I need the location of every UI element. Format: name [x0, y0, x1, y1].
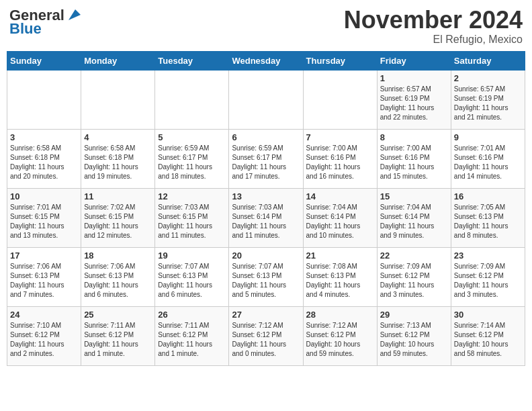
- day-number: 12: [158, 191, 226, 201]
- day-number: 27: [232, 310, 300, 320]
- page-header: General Blue November 2024 El Refugio, M…: [7, 7, 525, 46]
- day-number: 18: [84, 250, 152, 261]
- calendar-cell: 15Sunrise: 7:04 AM Sunset: 6:14 PM Dayli…: [377, 188, 451, 247]
- calendar-cell: 23Sunrise: 7:09 AM Sunset: 6:12 PM Dayli…: [451, 247, 525, 306]
- day-of-week-header: Tuesday: [155, 51, 229, 70]
- calendar-cell: [303, 70, 377, 129]
- calendar-cell: 20Sunrise: 7:07 AM Sunset: 6:13 PM Dayli…: [229, 247, 303, 306]
- svg-marker-0: [69, 9, 81, 20]
- calendar-cell: 26Sunrise: 7:11 AM Sunset: 6:12 PM Dayli…: [155, 306, 229, 365]
- day-number: 5: [158, 132, 226, 142]
- day-info: Sunrise: 6:57 AM Sunset: 6:19 PM Dayligh…: [454, 85, 522, 122]
- calendar-cell: 19Sunrise: 7:07 AM Sunset: 6:13 PM Dayli…: [155, 247, 229, 306]
- day-info: Sunrise: 7:12 AM Sunset: 6:12 PM Dayligh…: [232, 321, 300, 359]
- calendar-cell: 7Sunrise: 7:00 AM Sunset: 6:16 PM Daylig…: [303, 129, 377, 188]
- day-number: 30: [454, 310, 522, 320]
- calendar-cell: 3Sunrise: 6:58 AM Sunset: 6:18 PM Daylig…: [7, 129, 81, 188]
- calendar-cell: 9Sunrise: 7:01 AM Sunset: 6:16 PM Daylig…: [451, 129, 525, 188]
- day-number: 2: [454, 73, 522, 83]
- day-number: 29: [380, 310, 448, 320]
- day-number: 3: [10, 132, 78, 142]
- day-number: 10: [10, 191, 78, 201]
- day-number: 15: [380, 191, 448, 201]
- day-info: Sunrise: 7:02 AM Sunset: 6:15 PM Dayligh…: [84, 203, 152, 240]
- calendar-cell: [155, 70, 229, 129]
- title-block: November 2024 El Refugio, Mexico: [344, 7, 523, 46]
- day-info: Sunrise: 7:13 AM Sunset: 6:12 PM Dayligh…: [380, 321, 448, 359]
- day-info: Sunrise: 7:03 AM Sunset: 6:14 PM Dayligh…: [232, 203, 300, 240]
- day-number: 25: [84, 310, 152, 320]
- day-of-week-header: Monday: [81, 51, 155, 70]
- day-info: Sunrise: 7:03 AM Sunset: 6:15 PM Dayligh…: [158, 203, 226, 240]
- calendar-cell: [229, 70, 303, 129]
- day-info: Sunrise: 6:59 AM Sunset: 6:17 PM Dayligh…: [232, 144, 300, 181]
- calendar-week-row: 1Sunrise: 6:57 AM Sunset: 6:19 PM Daylig…: [7, 70, 525, 129]
- calendar-week-row: 24Sunrise: 7:10 AM Sunset: 6:12 PM Dayli…: [7, 306, 525, 365]
- day-info: Sunrise: 7:06 AM Sunset: 6:13 PM Dayligh…: [84, 262, 152, 300]
- day-of-week-header: Friday: [377, 51, 451, 70]
- day-info: Sunrise: 7:04 AM Sunset: 6:14 PM Dayligh…: [306, 203, 374, 240]
- day-of-week-header: Saturday: [451, 51, 525, 70]
- calendar-cell: [7, 70, 81, 129]
- day-info: Sunrise: 6:58 AM Sunset: 6:18 PM Dayligh…: [10, 144, 78, 181]
- calendar-cell: 18Sunrise: 7:06 AM Sunset: 6:13 PM Dayli…: [81, 247, 155, 306]
- calendar-cell: 30Sunrise: 7:14 AM Sunset: 6:12 PM Dayli…: [451, 306, 525, 365]
- calendar-cell: 17Sunrise: 7:06 AM Sunset: 6:13 PM Dayli…: [7, 247, 81, 306]
- day-number: 17: [10, 250, 78, 261]
- day-info: Sunrise: 7:07 AM Sunset: 6:13 PM Dayligh…: [232, 262, 300, 300]
- day-number: 21: [306, 250, 374, 261]
- day-info: Sunrise: 7:09 AM Sunset: 6:12 PM Dayligh…: [454, 262, 522, 300]
- day-number: 4: [84, 132, 152, 142]
- day-info: Sunrise: 7:14 AM Sunset: 6:12 PM Dayligh…: [454, 321, 522, 359]
- day-info: Sunrise: 6:59 AM Sunset: 6:17 PM Dayligh…: [158, 144, 226, 181]
- day-number: 20: [232, 250, 300, 261]
- day-number: 22: [380, 250, 448, 261]
- day-info: Sunrise: 7:11 AM Sunset: 6:12 PM Dayligh…: [158, 321, 226, 359]
- calendar-cell: 10Sunrise: 7:01 AM Sunset: 6:15 PM Dayli…: [7, 188, 81, 247]
- day-info: Sunrise: 7:11 AM Sunset: 6:12 PM Dayligh…: [84, 321, 152, 359]
- day-of-week-header: Sunday: [7, 51, 81, 70]
- day-info: Sunrise: 7:12 AM Sunset: 6:12 PM Dayligh…: [306, 321, 374, 359]
- day-number: 24: [10, 310, 78, 320]
- calendar-cell: 25Sunrise: 7:11 AM Sunset: 6:12 PM Dayli…: [81, 306, 155, 365]
- calendar-cell: 28Sunrise: 7:12 AM Sunset: 6:12 PM Dayli…: [303, 306, 377, 365]
- logo: General Blue: [9, 7, 81, 38]
- calendar-week-row: 10Sunrise: 7:01 AM Sunset: 6:15 PM Dayli…: [7, 188, 525, 247]
- calendar-cell: 24Sunrise: 7:10 AM Sunset: 6:12 PM Dayli…: [7, 306, 81, 365]
- calendar-cell: 6Sunrise: 6:59 AM Sunset: 6:17 PM Daylig…: [229, 129, 303, 188]
- day-info: Sunrise: 6:58 AM Sunset: 6:18 PM Dayligh…: [84, 144, 152, 181]
- logo-blue: Blue: [9, 20, 42, 38]
- day-info: Sunrise: 7:00 AM Sunset: 6:16 PM Dayligh…: [306, 144, 374, 181]
- calendar-cell: 13Sunrise: 7:03 AM Sunset: 6:14 PM Dayli…: [229, 188, 303, 247]
- day-info: Sunrise: 7:06 AM Sunset: 6:13 PM Dayligh…: [10, 262, 78, 300]
- logo-icon: [66, 8, 81, 23]
- calendar-week-row: 3Sunrise: 6:58 AM Sunset: 6:18 PM Daylig…: [7, 129, 525, 188]
- day-of-week-header: Thursday: [303, 51, 377, 70]
- calendar-cell: 22Sunrise: 7:09 AM Sunset: 6:12 PM Dayli…: [377, 247, 451, 306]
- day-info: Sunrise: 7:09 AM Sunset: 6:12 PM Dayligh…: [380, 262, 448, 300]
- calendar-cell: [81, 70, 155, 129]
- day-number: 23: [454, 250, 522, 261]
- calendar-table: SundayMondayTuesdayWednesdayThursdayFrid…: [7, 51, 525, 366]
- calendar-cell: 27Sunrise: 7:12 AM Sunset: 6:12 PM Dayli…: [229, 306, 303, 365]
- day-info: Sunrise: 6:57 AM Sunset: 6:19 PM Dayligh…: [380, 85, 448, 122]
- day-number: 26: [158, 310, 226, 320]
- calendar-cell: 29Sunrise: 7:13 AM Sunset: 6:12 PM Dayli…: [377, 306, 451, 365]
- day-of-week-header: Wednesday: [229, 51, 303, 70]
- day-number: 11: [84, 191, 152, 201]
- day-number: 1: [380, 73, 448, 83]
- day-number: 14: [306, 191, 374, 201]
- calendar-cell: 16Sunrise: 7:05 AM Sunset: 6:13 PM Dayli…: [451, 188, 525, 247]
- day-info: Sunrise: 7:05 AM Sunset: 6:13 PM Dayligh…: [454, 203, 522, 240]
- day-info: Sunrise: 7:08 AM Sunset: 6:13 PM Dayligh…: [306, 262, 374, 300]
- calendar-cell: 11Sunrise: 7:02 AM Sunset: 6:15 PM Dayli…: [81, 188, 155, 247]
- calendar-week-row: 17Sunrise: 7:06 AM Sunset: 6:13 PM Dayli…: [7, 247, 525, 306]
- day-number: 16: [454, 191, 522, 201]
- day-info: Sunrise: 7:04 AM Sunset: 6:14 PM Dayligh…: [380, 203, 448, 240]
- day-number: 6: [232, 132, 300, 142]
- day-number: 8: [380, 132, 448, 142]
- location-subtitle: El Refugio, Mexico: [344, 34, 523, 46]
- calendar-cell: 4Sunrise: 6:58 AM Sunset: 6:18 PM Daylig…: [81, 129, 155, 188]
- calendar-cell: 21Sunrise: 7:08 AM Sunset: 6:13 PM Dayli…: [303, 247, 377, 306]
- day-info: Sunrise: 7:01 AM Sunset: 6:16 PM Dayligh…: [454, 144, 522, 181]
